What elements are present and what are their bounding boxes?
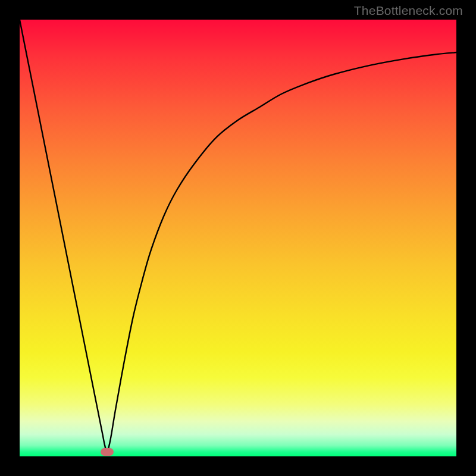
plot-area — [20, 20, 456, 456]
frame: TheBottleneck.com — [0, 0, 476, 476]
optimum-marker — [101, 448, 114, 456]
watermark-text: TheBottleneck.com — [354, 4, 463, 18]
curve-path — [20, 20, 456, 452]
curve-svg — [20, 20, 456, 456]
